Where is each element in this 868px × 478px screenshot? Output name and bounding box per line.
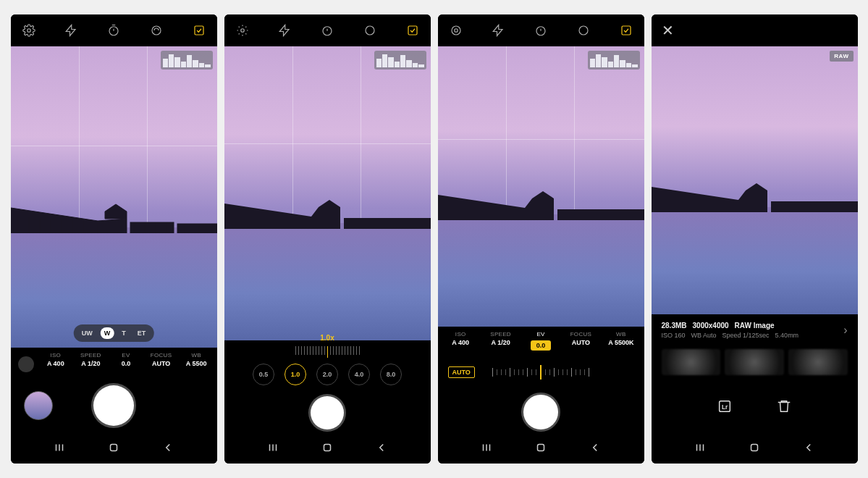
svg-rect-3 <box>195 26 203 35</box>
ratio-icon[interactable] <box>576 22 591 38</box>
svg-point-23 <box>240 29 244 33</box>
param-speed[interactable]: SPEEDA 1/20 <box>73 352 109 372</box>
zoom-1.0[interactable]: 1.0 <box>285 364 306 385</box>
review-screen: ✕ RAW 28.3MB 3000x4000 RAW Image ISO 160… <box>652 14 858 464</box>
zoom-pill[interactable]: UW W T ET <box>74 324 154 342</box>
shutter-button[interactable] <box>523 395 558 429</box>
viewfinder[interactable] <box>438 46 644 327</box>
settings-icon[interactable] <box>448 22 464 38</box>
histogram <box>588 51 640 70</box>
grid-icon[interactable] <box>191 22 207 38</box>
viewfinder[interactable]: 1.0x <box>224 46 431 340</box>
shutter-button[interactable] <box>93 385 134 426</box>
zoom-2.0[interactable]: 2.0 <box>316 364 338 385</box>
svg-rect-27 <box>344 218 431 229</box>
recents-icon[interactable] <box>53 441 66 457</box>
flash-icon[interactable] <box>63 22 79 38</box>
recents-icon[interactable] <box>480 441 493 457</box>
thumb-strip[interactable] <box>652 346 858 378</box>
param-wb[interactable]: WBA 5500 <box>179 352 214 372</box>
param-focus[interactable]: FOCUSAUTO <box>143 352 179 372</box>
zoom-values: 0.5 1.0 2.0 4.0 8.0 <box>253 364 402 385</box>
grid-icon[interactable] <box>618 22 634 38</box>
svg-point-35 <box>579 26 588 35</box>
svg-rect-26 <box>408 26 417 35</box>
svg-rect-48 <box>751 445 758 451</box>
close-icon[interactable]: ✕ <box>662 22 674 39</box>
delete-icon[interactable] <box>776 398 792 414</box>
info-speed: Speed 1/125sec <box>722 332 770 339</box>
image-preview[interactable]: RAW <box>652 46 858 314</box>
chevron-right-icon[interactable]: › <box>843 324 847 337</box>
param-wb[interactable]: WBA 5500K <box>601 331 641 351</box>
svg-rect-22 <box>111 445 117 451</box>
back-icon[interactable] <box>802 441 815 457</box>
zoom-scale[interactable]: 0.5 1.0 2.0 4.0 8.0 <box>224 340 431 391</box>
ratio-icon[interactable] <box>148 22 164 38</box>
back-icon[interactable] <box>589 441 602 457</box>
lightroom-icon[interactable]: Lr <box>717 398 733 414</box>
settings-icon[interactable] <box>21 22 37 38</box>
ratio-icon[interactable] <box>362 22 378 38</box>
timer-icon[interactable] <box>106 22 122 38</box>
navbar <box>224 435 431 464</box>
zoom-0.5[interactable]: 0.5 <box>253 364 274 385</box>
ev-auto-button[interactable]: AUTO <box>448 366 475 378</box>
flash-icon[interactable] <box>490 22 506 38</box>
svg-rect-5 <box>177 224 217 233</box>
back-icon[interactable] <box>375 441 388 457</box>
zoom-t[interactable]: T <box>118 327 130 339</box>
svg-rect-41 <box>538 445 544 451</box>
top-toolbar <box>438 14 644 46</box>
svg-point-0 <box>27 29 30 33</box>
recents-icon[interactable] <box>694 441 707 457</box>
mode-icon[interactable] <box>18 356 34 372</box>
top-toolbar <box>224 14 431 46</box>
home-icon[interactable] <box>321 441 334 457</box>
viewfinder[interactable]: UW W T ET <box>11 46 217 348</box>
navbar <box>652 435 858 464</box>
svg-point-32 <box>454 29 458 33</box>
recents-icon[interactable] <box>266 441 279 457</box>
zoom-uw[interactable]: UW <box>78 327 96 339</box>
param-ev[interactable]: EV0.0 <box>109 352 144 372</box>
settings-icon[interactable] <box>235 22 250 38</box>
ev-ticks <box>492 365 589 380</box>
gallery-thumb[interactable] <box>24 391 53 420</box>
zoom-marker: 1.0x <box>320 334 334 340</box>
zoom-w[interactable]: W <box>101 327 114 339</box>
svg-rect-36 <box>622 26 631 35</box>
param-iso[interactable]: ISOA 400 <box>441 331 481 351</box>
zoom-4.0[interactable]: 4.0 <box>348 364 370 385</box>
zoom-8.0[interactable]: 8.0 <box>380 364 402 385</box>
zoom-et[interactable]: ET <box>134 327 150 339</box>
home-icon[interactable] <box>534 441 547 457</box>
back-icon[interactable] <box>161 441 174 457</box>
timer-icon[interactable] <box>533 22 549 38</box>
camera-screen-zoom: 1.0x 0.5 1.0 2.0 4.0 8.0 <box>224 14 431 464</box>
home-icon[interactable] <box>107 441 120 457</box>
info-focal: 5.40mm <box>775 332 799 339</box>
param-speed[interactable]: SPEEDA 1/20 <box>481 331 521 351</box>
shutter-button[interactable] <box>311 396 344 429</box>
svg-text:Lr: Lr <box>722 404 728 411</box>
navbar <box>11 435 217 464</box>
file-dims: 3000x4000 <box>693 322 729 330</box>
camera-screen-ev: ISOA 400 SPEEDA 1/20 EV0.0 FOCUSAUTO WBA… <box>438 14 644 464</box>
svg-point-2 <box>152 26 161 35</box>
review-actions: Lr <box>652 378 858 435</box>
param-iso[interactable]: ISOA 400 <box>38 352 74 372</box>
timer-icon[interactable] <box>319 22 335 38</box>
param-ev[interactable]: EV0.0 <box>521 331 560 351</box>
shutter-row <box>224 391 431 435</box>
flash-icon[interactable] <box>277 22 292 38</box>
svg-rect-4 <box>130 222 174 233</box>
file-type: RAW Image <box>735 322 775 330</box>
svg-rect-31 <box>324 445 331 451</box>
grid-icon[interactable] <box>405 22 421 38</box>
ev-scale[interactable]: AUTO <box>438 355 644 390</box>
shutter-row <box>11 377 217 435</box>
param-focus[interactable]: FOCUSAUTO <box>561 331 601 351</box>
home-icon[interactable] <box>748 441 761 457</box>
params-row: ISOA 400 SPEEDA 1/20 EV0.0 FOCUSAUTO WBA… <box>11 348 217 377</box>
